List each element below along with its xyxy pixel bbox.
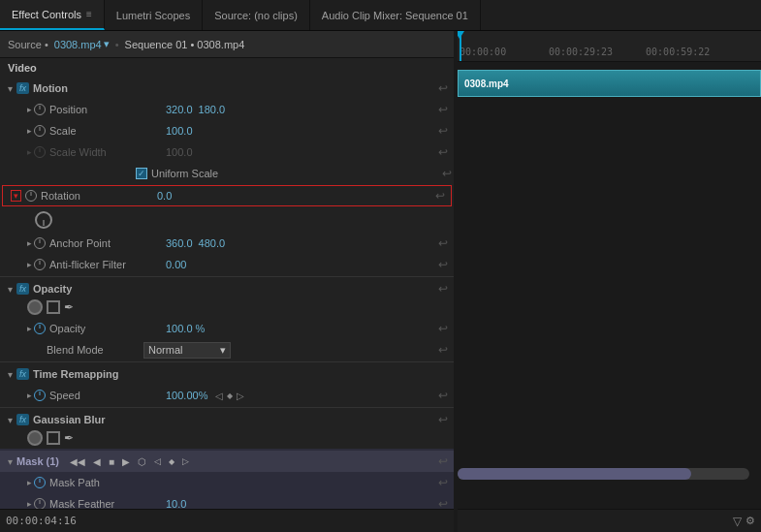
fx-motion-reset[interactable]: ↩ <box>438 81 448 95</box>
fx-opacity-badge: fx <box>16 283 29 295</box>
speed-nav-forward[interactable]: ▷ <box>237 391 244 401</box>
rotation-value[interactable]: 0.0 <box>157 190 172 202</box>
speed-nav-dot[interactable]: ◆ <box>227 391 233 400</box>
mask-feather-reset[interactable]: ↩ <box>438 497 448 509</box>
uniform-scale-reset[interactable]: ↩ <box>442 167 452 180</box>
mask-nav-bullet[interactable]: ◆ <box>166 456 177 467</box>
speed-value[interactable]: 100.00% <box>166 390 207 401</box>
stopwatch-mask-feather[interactable] <box>34 498 46 509</box>
expand-mask-feather[interactable]: ▸ <box>27 499 32 509</box>
anchor-reset[interactable]: ↩ <box>438 236 448 250</box>
opacity-circle-icon[interactable] <box>27 299 43 315</box>
left-panel: Source • 0308.mp4 ▾ • Sequence 01 • 0308… <box>0 31 454 532</box>
speed-reset[interactable]: ↩ <box>438 389 448 402</box>
mask-nav-next[interactable]: ▶ <box>119 455 133 468</box>
fx-group-gaussian-blur: ▾ fx Gaussian Blur ↩ ✒ ▾ Mask <box>0 409 454 509</box>
gaussian-square-icon[interactable] <box>47 431 60 445</box>
mask-nav-prev-prev[interactable]: ◀◀ <box>67 455 88 468</box>
blend-mode-reset[interactable]: ↩ <box>438 343 448 357</box>
expand-scale[interactable]: ▸ <box>27 126 32 136</box>
fx-motion-header[interactable]: ▾ fx Motion ↩ <box>0 78 454 99</box>
fx-opacity-header[interactable]: ▾ fx Opacity ↩ <box>0 278 454 299</box>
timeline-content[interactable]: 0308.mp4 <box>458 62 761 509</box>
stopwatch-speed[interactable] <box>34 390 46 401</box>
fx-time-remap-chevron[interactable]: ▾ <box>8 369 13 380</box>
uniform-scale-checkbox[interactable] <box>136 168 147 179</box>
expand-speed[interactable]: ▸ <box>27 391 32 400</box>
position-y-value[interactable]: 180.0 <box>199 104 226 115</box>
rotation-chevron[interactable]: ▾ <box>11 190 21 202</box>
source-separator: • <box>115 39 119 50</box>
fx-gaussian-reset[interactable]: ↩ <box>438 413 448 426</box>
fx-group-time-remapping: ▾ fx Time Remapping ▸ Speed 100.00% ◁ ◆ … <box>0 363 454 406</box>
position-reset[interactable]: ↩ <box>438 103 448 116</box>
expand-anchor[interactable]: ▸ <box>27 238 32 248</box>
mask-header-reset[interactable]: ↩ <box>438 454 448 468</box>
tab-audio-clip-mixer[interactable]: Audio Clip Mixer: Sequence 01 <box>310 0 481 30</box>
scale-reset[interactable]: ↩ <box>438 124 448 138</box>
stopwatch-opacity[interactable] <box>34 323 46 334</box>
mask-nav-stop[interactable]: ■ <box>106 455 117 468</box>
tab-effect-controls[interactable]: Effect Controls ≡ <box>0 0 105 30</box>
anchor-y-value[interactable]: 480.0 <box>199 237 226 249</box>
wrench-icon[interactable]: ⚙ <box>745 515 755 527</box>
fx-opacity-chevron[interactable]: ▾ <box>8 284 13 295</box>
speed-nav-back[interactable]: ◁ <box>215 391 223 401</box>
clip-bar-name: 0308.mp4 <box>464 78 509 89</box>
expand-mask-path[interactable]: ▸ <box>27 478 32 487</box>
fx-gaussian-chevron[interactable]: ▾ <box>8 415 13 425</box>
mask-chevron[interactable]: ▾ <box>8 456 13 467</box>
scale-value[interactable]: 100.0 <box>166 125 193 137</box>
opacity-reset[interactable]: ↩ <box>438 322 448 335</box>
mask-nav-prev[interactable]: ◀ <box>90 455 104 468</box>
anti-flicker-value[interactable]: 0.00 <box>166 259 186 270</box>
clip-bar[interactable]: 0308.mp4 <box>458 70 761 97</box>
rotation-reset[interactable]: ↩ <box>435 189 445 203</box>
opacity-square-icon[interactable] <box>47 300 60 314</box>
scrollable-content[interactable]: Video ▾ fx Motion ↩ ▸ Position <box>0 58 454 509</box>
source-dropdown-arrow[interactable]: ▾ <box>104 38 110 50</box>
fx-motion-chevron[interactable]: ▾ <box>8 83 13 94</box>
expand-anti-flicker[interactable]: ▸ <box>27 260 32 269</box>
tab-source-no-clips[interactable]: Source: (no clips) <box>203 0 310 30</box>
rotation-dial[interactable] <box>35 211 52 229</box>
fx-time-remap-header[interactable]: ▾ fx Time Remapping <box>0 363 454 385</box>
mask-feather-value[interactable]: 10.0 <box>166 498 186 509</box>
mask-label: Mask (1) <box>16 455 59 467</box>
stopwatch-mask-path[interactable] <box>34 477 46 488</box>
mask-nav-lasso[interactable]: ⬡ <box>135 455 149 468</box>
stopwatch-anchor[interactable] <box>34 237 46 249</box>
stopwatch-rotation[interactable] <box>25 190 37 202</box>
fx-gaussian-header[interactable]: ▾ fx Gaussian Blur ↩ <box>0 409 454 430</box>
anchor-x-value[interactable]: 360.0 <box>166 237 193 249</box>
stopwatch-scale[interactable] <box>34 125 46 137</box>
anti-flicker-reset[interactable]: ↩ <box>438 258 448 271</box>
source-sequence: Sequence 01 • 0308.mp4 <box>125 39 245 50</box>
gaussian-pen-icon[interactable]: ✒ <box>64 431 74 445</box>
gaussian-circle-icon[interactable] <box>27 430 43 446</box>
scale-width-reset: ↩ <box>438 145 448 159</box>
blend-mode-select[interactable]: Normal ▾ <box>143 342 231 359</box>
mask-nav-dot-right[interactable]: ▷ <box>179 455 192 467</box>
anti-flicker-label: Anti-flicker Filter <box>49 259 166 270</box>
position-x-value[interactable]: 320.0 <box>166 104 193 115</box>
uniform-scale-label: Uniform Scale <box>151 168 218 179</box>
source-file-dropdown[interactable]: 0308.mp4 ▾ <box>54 38 110 50</box>
fx-opacity-reset[interactable]: ↩ <box>438 282 448 296</box>
opacity-value[interactable]: 100.0 % <box>166 323 205 334</box>
tab-lumetri-scopes[interactable]: Lumetri Scopes <box>105 0 203 30</box>
stopwatch-anti-flicker[interactable] <box>34 259 46 270</box>
prop-row-anti-flicker: ▸ Anti-flicker Filter 0.00 ↩ <box>0 254 454 275</box>
expand-position[interactable]: ▸ <box>27 105 32 114</box>
tab-effect-controls-label: Effect Controls <box>12 9 81 20</box>
mask-path-reset[interactable]: ↩ <box>438 476 448 489</box>
mask-nav-dot-left[interactable]: ◁ <box>151 455 164 467</box>
tab-menu-icon[interactable]: ≡ <box>86 9 92 19</box>
stopwatch-position[interactable] <box>34 104 46 115</box>
mask-header[interactable]: ▾ Mask (1) ◀◀ ◀ ■ ▶ ⬡ ◁ ◆ ▷ <box>0 451 454 472</box>
expand-opacity[interactable]: ▸ <box>27 324 32 333</box>
filter-icon[interactable]: ▽ <box>733 515 742 528</box>
scale-width-label: Scale Width <box>49 146 166 158</box>
gaussian-icons-row: ✒ <box>0 430 454 449</box>
opacity-pen-icon[interactable]: ✒ <box>64 300 74 314</box>
